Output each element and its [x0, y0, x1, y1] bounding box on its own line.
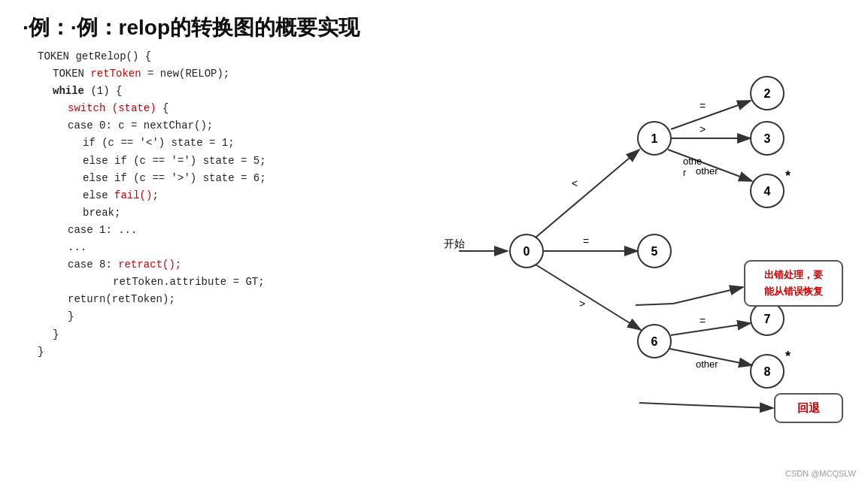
code-section: TOKEN getRelop() { TOKEN retToken = new(… — [15, 48, 421, 361]
watermark: CSDN @MCQSLW — [785, 469, 856, 478]
code-line-4: switch (state) { — [38, 100, 421, 117]
svg-text:1: 1 — [651, 132, 658, 145]
svg-text:8: 8 — [764, 365, 771, 378]
svg-text:=: = — [583, 235, 589, 247]
code-line-15: return(retToken); — [38, 291, 421, 308]
code-line-6: if (c == '<') state = 1; — [38, 135, 421, 152]
svg-line-22 — [536, 150, 639, 237]
svg-text:>: > — [700, 123, 706, 135]
svg-line-49 — [639, 403, 692, 405]
svg-text:开始: 开始 — [444, 237, 465, 250]
code-line-11: case 1: ... — [38, 222, 421, 239]
code-line-5: case 0: c = nextChar(); — [38, 117, 421, 135]
code-line-7: else if (c == '=') state = 5; — [38, 153, 421, 170]
svg-text:=: = — [700, 315, 706, 327]
svg-text:othe: othe — [683, 156, 702, 167]
code-line-9: else fail(); — [38, 187, 421, 204]
svg-text:出错处理，要: 出错处理，要 — [764, 269, 824, 280]
svg-rect-41 — [745, 261, 842, 306]
code-line-8: else if (c == '>') state = 6; — [38, 170, 421, 187]
svg-line-28 — [671, 101, 751, 129]
svg-text:6: 6 — [651, 335, 658, 348]
svg-line-48 — [692, 405, 773, 408]
svg-line-44 — [673, 287, 743, 304]
svg-text:*: * — [785, 349, 791, 364]
bullet-icon: ·例： — [23, 16, 71, 39]
svg-text:0: 0 — [524, 245, 530, 258]
svg-line-45 — [636, 304, 673, 305]
state-diagram: 0 1 5 6 2 3 4 * 7 8 — [406, 48, 868, 469]
code-line-3: while (1) { — [38, 83, 421, 100]
svg-text:3: 3 — [764, 132, 771, 145]
code-line-18: } — [38, 343, 421, 361]
code-line-12: ... — [38, 239, 421, 256]
svg-text:2: 2 — [764, 87, 771, 100]
svg-text:>: > — [579, 298, 585, 310]
svg-text:7: 7 — [764, 313, 771, 325]
code-line-10: break; — [38, 204, 421, 222]
code-line-2: TOKEN retToken = new(RELOP); — [38, 65, 421, 83]
svg-line-34 — [671, 323, 751, 335]
diagram-section: 0 1 5 6 2 3 4 * 7 8 — [406, 48, 868, 469]
code-line-1: TOKEN getRelop() { — [38, 48, 421, 65]
svg-text:other: other — [696, 165, 718, 177]
svg-text:*: * — [785, 168, 791, 183]
svg-text:=: = — [700, 100, 706, 112]
svg-text:r: r — [683, 167, 687, 178]
svg-text:回退: 回退 — [797, 401, 821, 414]
svg-text:5: 5 — [651, 245, 658, 258]
code-line-16: } — [38, 308, 421, 325]
svg-text:能从错误恢复: 能从错误恢复 — [764, 286, 824, 297]
code-line-13: case 8: retract(); — [38, 256, 421, 274]
svg-text:<: < — [572, 177, 578, 189]
code-line-17: } — [38, 326, 421, 343]
code-line-14: retToken.attribute = GT; — [38, 274, 421, 291]
svg-text:4: 4 — [764, 185, 771, 198]
page-title: ·例：·例：relop的转换图的概要实现 — [0, 0, 868, 48]
svg-line-26 — [536, 265, 641, 330]
svg-text:other: other — [696, 358, 718, 370]
